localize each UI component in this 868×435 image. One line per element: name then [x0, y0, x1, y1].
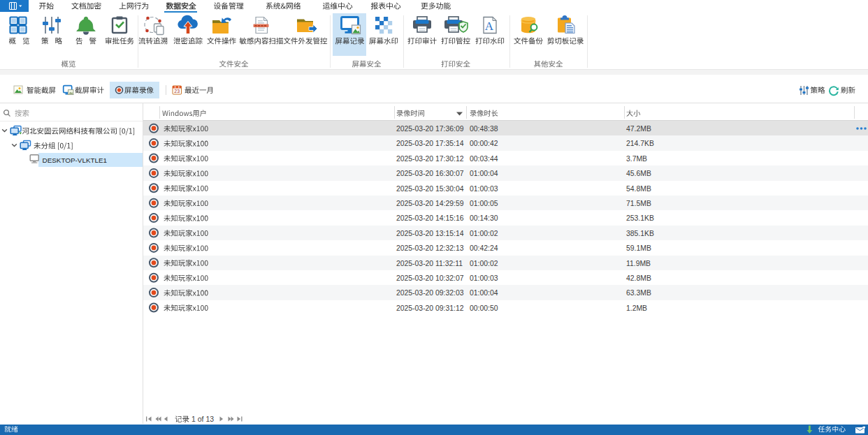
svg-text:253.1KB: 253.1KB — [626, 214, 654, 222]
svg-text:2025-03-20 17:36:09: 2025-03-20 17:36:09 — [396, 125, 464, 133]
svg-text:2025-03-20 12:32:13: 2025-03-20 12:32:13 — [396, 244, 464, 252]
svg-text:2025-03-20 14:29:59: 2025-03-20 14:29:59 — [396, 200, 464, 207]
svg-text:63.3MB: 63.3MB — [626, 289, 651, 297]
svg-text:01:00:04: 01:00:04 — [470, 170, 498, 177]
svg-text:01:00:03: 01:00:03 — [470, 274, 498, 282]
svg-text:42.8MB: 42.8MB — [626, 274, 651, 282]
svg-text:2025-03-20 15:30:04: 2025-03-20 15:30:04 — [396, 185, 464, 193]
svg-text:2025-03-20 11:32:11: 2025-03-20 11:32:11 — [396, 260, 463, 267]
svg-text:00:03:44: 00:03:44 — [470, 155, 498, 163]
svg-text:2025-03-20 16:30:07: 2025-03-20 16:30:07 — [396, 170, 464, 177]
svg-text:01:00:02: 01:00:02 — [470, 260, 498, 267]
svg-text:00:42:24: 00:42:24 — [470, 244, 498, 252]
svg-text:59.1MB: 59.1MB — [626, 244, 651, 252]
svg-text:01:00:04: 01:00:04 — [470, 289, 498, 297]
svg-text:47.2MB: 47.2MB — [626, 125, 651, 133]
svg-text:01:00:05: 01:00:05 — [470, 200, 498, 207]
svg-text:23: 23 — [174, 89, 180, 94]
svg-text:54.8MB: 54.8MB — [626, 185, 651, 193]
svg-text:2025-03-20 17:30:12: 2025-03-20 17:30:12 — [396, 155, 464, 163]
svg-text:2025-03-20 09:32:03: 2025-03-20 09:32:03 — [396, 289, 464, 297]
svg-text:A: A — [485, 20, 494, 33]
svg-text:2025-03-20 14:15:16: 2025-03-20 14:15:16 — [396, 214, 464, 222]
svg-text:00:00:42: 00:00:42 — [470, 140, 498, 147]
svg-text:2025-03-20 17:35:14: 2025-03-20 17:35:14 — [396, 140, 464, 147]
svg-text:00:48:38: 00:48:38 — [470, 125, 498, 133]
svg-text:DESKTOP-VLKTLE1: DESKTOP-VLKTLE1 — [43, 156, 108, 164]
svg-text:45.6MB: 45.6MB — [626, 170, 651, 177]
svg-text:385.1KB: 385.1KB — [626, 230, 654, 237]
svg-text:11.9MB: 11.9MB — [626, 260, 651, 267]
svg-text:2025-03-20 10:32:07: 2025-03-20 10:32:07 — [396, 274, 464, 282]
svg-text:01:00:03: 01:00:03 — [470, 185, 498, 193]
svg-text:3.7MB: 3.7MB — [626, 155, 647, 163]
svg-text:2025-03-20 09:31:12: 2025-03-20 09:31:12 — [396, 304, 464, 312]
svg-text:2025-03-20 13:15:14: 2025-03-20 13:15:14 — [396, 230, 464, 237]
svg-text:01:00:02: 01:00:02 — [470, 230, 498, 237]
svg-text:1 of 13: 1 of 13 — [191, 415, 214, 423]
svg-text:00:00:50: 00:00:50 — [470, 304, 498, 312]
svg-text:214.7KB: 214.7KB — [626, 140, 654, 147]
svg-text:00:14:30: 00:14:30 — [470, 214, 498, 222]
svg-text:1.2MB: 1.2MB — [626, 304, 647, 312]
svg-text:71.5MB: 71.5MB — [626, 200, 651, 207]
